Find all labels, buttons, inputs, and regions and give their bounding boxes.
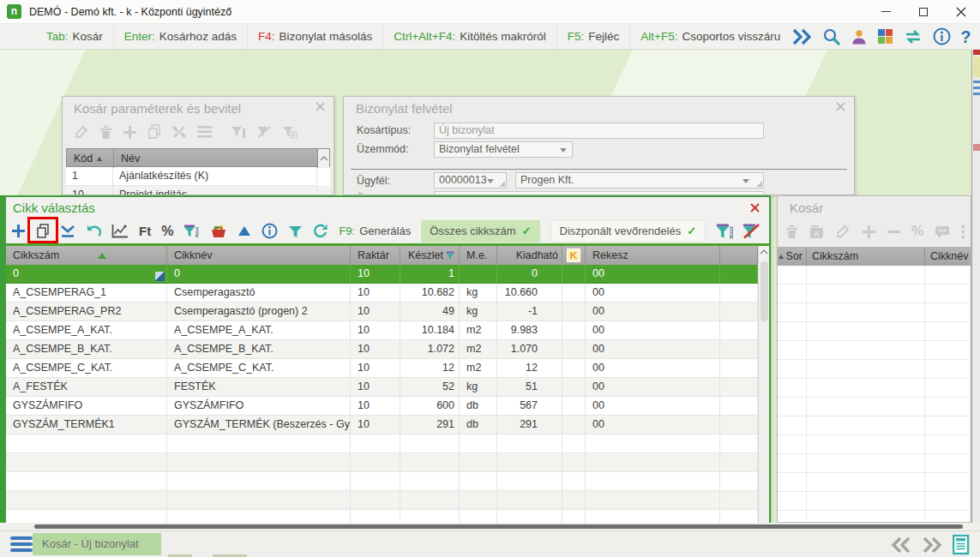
diszponalt-vevorendeles-button[interactable]: Diszponált vevőrendelés✓ — [550, 220, 706, 243]
column-header-sor[interactable]: Sor — [778, 247, 807, 266]
kosar-table-cell[interactable] — [778, 322, 807, 341]
cikk-table-row[interactable]: 00101000 — [6, 265, 769, 284]
column-header-cikkszam[interactable]: Cikkszám — [6, 246, 167, 265]
shortcut-f5-fejlec[interactable]: F5:Fejléc — [556, 24, 630, 49]
menu-hamburger-icon[interactable] — [10, 536, 33, 552]
remove-minus-icon[interactable] — [887, 225, 900, 239]
shortcut-ctrl-alt-f4-kitoltes-makrorol[interactable]: Ctrl+Alt+F4:Kitöltés makróról — [382, 24, 556, 49]
cikk-table-cell[interactable] — [562, 416, 586, 434]
shortcut-f9-generalas[interactable]: F9:Generálás — [339, 225, 411, 237]
cikk-table-cell[interactable]: 10.682 — [400, 284, 460, 302]
cikk-table-cell[interactable]: A_CSEMPERAG_PR2 — [6, 302, 167, 321]
cikk-table-cell[interactable]: m2 — [460, 359, 497, 378]
cikk-table-cell[interactable]: GYSZÁM_TERMÉK (Beszerzés - Gyártó — [167, 416, 351, 434]
cikk-table-cell[interactable] — [351, 510, 400, 523]
cikk-table-cell[interactable] — [400, 453, 460, 472]
cikk-table-cell[interactable]: A_CSEMPE_C_KAT. — [167, 359, 351, 378]
column-header-raktar[interactable]: Raktár — [351, 246, 400, 265]
cikk-table-cell[interactable] — [400, 434, 460, 453]
cikk-table-cell[interactable]: 00 — [586, 302, 720, 321]
cikk-table-cell[interactable]: 0 — [167, 265, 351, 284]
cikk-table-cell[interactable]: 600 — [400, 397, 460, 416]
cikk-table-cell[interactable]: FESTÉK — [167, 378, 351, 397]
kosartipus-field[interactable]: Új bizonylat — [434, 123, 764, 139]
kosar-table-row[interactable] — [778, 416, 971, 435]
cikk-table-row[interactable]: A_CSEMPERAG_1Csemperagasztó1010.682kg10.… — [6, 284, 769, 302]
cikk-table-cell[interactable] — [460, 453, 497, 472]
kosar-table-cell[interactable] — [925, 398, 971, 416]
cikk-table-cell[interactable] — [497, 491, 562, 510]
menu-lines-icon[interactable] — [197, 126, 212, 138]
cikk-table-row[interactable]: A_CSEMPE_B_KAT.A_CSEMPE_B_KAT.101.072m21… — [6, 340, 769, 359]
kosar-table-cell[interactable] — [778, 492, 807, 511]
filter-clear-icon[interactable] — [256, 125, 272, 139]
cikk-table-cell[interactable] — [586, 472, 720, 491]
kosar-table-row[interactable] — [778, 341, 971, 360]
filter-funnel-icon[interactable] — [288, 225, 303, 238]
info-icon[interactable] — [262, 223, 278, 239]
cikk-table-cell[interactable]: 0 — [497, 265, 562, 284]
kosar-table-row[interactable] — [778, 379, 971, 398]
cikk-table-cell[interactable]: A_CSEMPE_A_KAT. — [6, 321, 167, 340]
cikk-table-cell[interactable] — [6, 491, 167, 510]
scrollbar-up-arrow-icon[interactable] — [760, 249, 768, 255]
cikk-table-cell[interactable] — [720, 359, 758, 378]
filter-add-icon[interactable] — [282, 125, 298, 139]
cikk-table-cell[interactable] — [562, 397, 586, 416]
cikk-table-cell[interactable] — [6, 472, 167, 491]
kosar-table-cell[interactable] — [807, 454, 925, 473]
minimize-button[interactable] — [867, 0, 905, 23]
kosar-table-cell[interactable] — [778, 398, 807, 416]
kosar-table-row[interactable] — [778, 360, 971, 379]
cikk-table-cell[interactable] — [720, 472, 758, 491]
cikk-table-cell[interactable] — [460, 265, 497, 284]
shortcut-alt-f5-csoportos-visszaru[interactable]: Alt+F5:Csoportos visszáru — [629, 24, 791, 49]
cikk-table-cell[interactable]: 12 — [497, 359, 562, 378]
cikk-table-cell[interactable]: 9.983 — [497, 321, 562, 340]
column-header-cikknev[interactable]: Cikknév — [925, 247, 971, 266]
kosar-table-cell[interactable] — [807, 398, 925, 416]
cikk-table-cell[interactable]: A_CSEMPERAG_1 — [6, 284, 167, 302]
kosar-table-cell[interactable] — [807, 284, 925, 303]
cikk-table-cell[interactable]: db — [460, 416, 497, 434]
comment-bubble-icon[interactable] — [935, 225, 950, 239]
cikk-table-cell[interactable]: 1 — [400, 265, 460, 284]
vertical-scrollbar[interactable] — [758, 246, 769, 523]
cikk-table-cell[interactable] — [586, 510, 720, 523]
cikk-table-row[interactable] — [6, 453, 769, 472]
add-plus-icon[interactable] — [123, 125, 137, 140]
cikk-table-cell[interactable]: 00 — [586, 359, 720, 378]
search-icon[interactable] — [822, 27, 841, 46]
cikk-table-cell[interactable] — [720, 416, 758, 434]
cikk-table-row[interactable]: A_CSEMPE_A_KAT.A_CSEMPE_A_KAT.1010.184m2… — [6, 321, 769, 340]
settings-tools-icon[interactable] — [171, 124, 187, 140]
cikk-table-cell[interactable]: 10 — [351, 416, 400, 434]
cikk-table-row[interactable]: GYSZÁMFIFOGYSZÁMFIFO10600db56700 — [6, 397, 769, 416]
scrollbar-thumb[interactable] — [34, 524, 963, 529]
cikk-table-cell[interactable] — [6, 453, 167, 472]
cikk-table-row[interactable]: A_FESTÉKFESTÉK1052kg5100 — [6, 378, 769, 397]
kosar-table-cell[interactable] — [807, 511, 925, 523]
kosar-table-cell[interactable] — [778, 473, 807, 492]
cikk-table-row[interactable] — [6, 491, 769, 510]
cikk-table-cell[interactable]: 10.184 — [400, 321, 460, 340]
kosar-table-cell[interactable] — [778, 416, 807, 435]
cikk-table-cell[interactable]: 291 — [497, 416, 562, 434]
kosar-table-cell[interactable] — [925, 284, 971, 303]
kosar-table-cell[interactable] — [778, 379, 807, 398]
close-button[interactable] — [942, 0, 980, 23]
kosar-table-cell[interactable] — [925, 416, 971, 435]
kosar-table-cell[interactable] — [778, 454, 807, 473]
cikk-table-cell[interactable]: 10.660 — [497, 284, 562, 302]
cikk-table-cell[interactable] — [460, 434, 497, 453]
cikk-table-row[interactable] — [6, 472, 769, 491]
scrollbar-up-arrow-icon[interactable] — [318, 149, 329, 168]
cikk-table-cell[interactable]: 10 — [351, 321, 400, 340]
kosar-table-cell[interactable] — [925, 322, 971, 341]
sync-arrows-icon[interactable] — [903, 28, 923, 45]
kosar-table-cell[interactable] — [925, 473, 971, 492]
cikk-table-cell[interactable]: GYSZÁMFIFO — [6, 397, 167, 416]
kosar-table-cell[interactable] — [807, 473, 925, 492]
kosar-table-row[interactable] — [778, 266, 971, 284]
cikk-table-cell[interactable]: 567 — [497, 397, 562, 416]
